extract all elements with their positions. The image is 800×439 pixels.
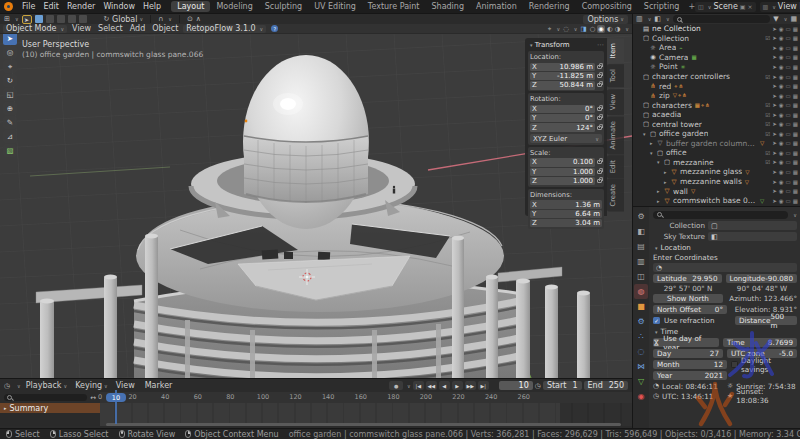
viewport-visibility-icon[interactable]: ▭ [786, 150, 791, 156]
day-field[interactable]: Day27 [653, 349, 723, 358]
lock-icon[interactable] [597, 170, 602, 174]
filter-funnel-icon[interactable]: ▼ [773, 15, 778, 23]
viewport-menu-item[interactable]: Add [130, 24, 146, 33]
latitude-field[interactable]: Latitude29.950 [653, 274, 722, 283]
properties-tab-icon[interactable]: ◌ [634, 344, 648, 359]
current-frame-field[interactable]: 10 [499, 381, 533, 390]
render-visibility-icon[interactable]: ▦ [793, 83, 798, 89]
tool-button[interactable]: ⌖ [3, 60, 17, 73]
timeline-scrollbar[interactable] [106, 423, 621, 426]
exclude-checkbox[interactable]: ☑ [765, 74, 770, 80]
properties-tab-icon[interactable]: ▤ [634, 239, 648, 254]
workspace-tab[interactable]: Animation [470, 1, 523, 12]
scale-field[interactable]: X0.100 [530, 158, 595, 166]
outliner-item-label[interactable]: character controllers [652, 72, 730, 81]
year-field[interactable]: Year2021 [653, 371, 727, 380]
mode-dropdown[interactable]: Object Mode ∨ [3, 25, 67, 33]
outliner-row[interactable]: ⋔ red ⌖⋔ ☑➤◉▭▦ [633, 81, 800, 91]
location-field[interactable]: Y-11.825 m [530, 72, 595, 80]
frame-start-field[interactable]: Start1 [543, 381, 582, 390]
render-visibility-icon[interactable]: ▦ [793, 74, 798, 80]
workspace-tab[interactable]: Modeling [210, 1, 258, 12]
active-tool-icon[interactable]: ➤ [22, 15, 32, 24]
hide-eye-icon[interactable]: ◉ [779, 131, 784, 137]
render-visibility-icon[interactable]: ▦ [793, 93, 798, 99]
render-visibility-icon[interactable]: ▦ [793, 121, 798, 127]
rotation-field[interactable]: Z124° [530, 123, 595, 131]
render-visibility-icon[interactable]: ▦ [793, 198, 798, 204]
shading-mode-icon[interactable]: ◐ [607, 25, 613, 33]
outliner-item-label[interactable]: acaedia [652, 110, 681, 119]
longitude-field[interactable]: Longitude-90.080 [726, 274, 798, 283]
outliner-row[interactable]: ⋔ zip ▽⌖⋔ ☑➤◉▭▦ [633, 91, 800, 101]
outliner-row[interactable]: ▢ acaedia ☑➤◉▭▦ [633, 110, 800, 120]
selectable-icon[interactable]: ➤ [772, 121, 777, 127]
hide-eye-icon[interactable]: ◉ [779, 26, 784, 32]
outliner-row[interactable]: ▸ ▽ mezzanine walls ▽ ☑➤◉▭▦ [633, 177, 800, 187]
render-visibility-icon[interactable]: ▦ [793, 54, 798, 60]
auto-keying-button[interactable]: ● [389, 381, 403, 390]
outliner-row[interactable]: ▤ ne Collection ☑➤◉▭▦ [633, 24, 800, 34]
properties-tab-icon[interactable]: ◉ [634, 389, 648, 404]
viewport-visibility-icon[interactable]: ▭ [786, 93, 791, 99]
hide-eye-icon[interactable]: ◉ [779, 150, 784, 156]
selectable-icon[interactable]: ➤ [772, 83, 777, 89]
workspace-tab[interactable]: Texture Paint [362, 1, 426, 12]
render-visibility-icon[interactable]: ▦ [793, 45, 798, 51]
channel-search-input[interactable] [4, 394, 87, 401]
outliner-row[interactable]: ▾ ▢ office garden ☑➤◉▭▦ [633, 129, 800, 139]
playback-button[interactable]: ▶ [452, 381, 463, 390]
new-scene-icon[interactable]: ▣ [740, 3, 746, 10]
outliner-item-label[interactable]: Point [659, 62, 678, 71]
hide-eye-icon[interactable]: ◉ [779, 198, 784, 204]
render-visibility-icon[interactable]: ▦ [793, 102, 798, 108]
hide-eye-icon[interactable]: ◉ [779, 54, 784, 60]
falloff-icon[interactable]: ∧ [196, 15, 201, 23]
menu-item[interactable]: Window [103, 2, 135, 11]
sidebar-tab[interactable]: Animate [607, 116, 624, 154]
tool-option-icon[interactable] [57, 15, 65, 23]
outliner-item-label[interactable]: Collection [652, 34, 689, 43]
transform-orientation-dropdown[interactable]: ↻ Global ∨ [104, 15, 144, 24]
selectable-icon[interactable]: ➤ [772, 150, 777, 156]
outliner-row[interactable]: ◉ Camera ▦ ☑➤◉▭▦ [633, 53, 800, 63]
selectable-icon[interactable]: ➤ [772, 179, 777, 185]
hide-eye-icon[interactable]: ◉ [779, 140, 784, 146]
hide-eye-icon[interactable]: ◉ [779, 93, 784, 99]
workspace-tab[interactable]: UV Editing [308, 1, 362, 12]
view-layer-selector[interactable]: ▥ ∨ View Layer ▣ × [760, 2, 800, 12]
exclude-checkbox[interactable]: ☑ [765, 112, 770, 118]
hide-eye-icon[interactable]: ◉ [779, 102, 784, 108]
render-visibility-icon[interactable]: ▦ [793, 112, 798, 118]
selectable-icon[interactable]: ➤ [772, 140, 777, 146]
gizmo-icon[interactable]: ⌖ [548, 25, 552, 33]
viewport-visibility-icon[interactable]: ▭ [786, 112, 791, 118]
menu-item[interactable]: Render [67, 2, 95, 11]
viewport-menu-item[interactable]: Object [152, 24, 178, 33]
properties-tab-icon[interactable]: ⚙ [634, 314, 648, 329]
dimension-field[interactable]: Z3.04 m [530, 219, 602, 227]
close-icon[interactable]: × [747, 3, 752, 10]
timeline-ruler[interactable]: ↔ 020406080100120140160180200220240260 1… [0, 392, 632, 403]
selectable-icon[interactable]: ➤ [772, 169, 777, 175]
workspace-tab[interactable]: Scripting [638, 1, 686, 12]
hide-eye-icon[interactable]: ◉ [779, 179, 784, 185]
exclude-checkbox[interactable]: ☑ [765, 131, 770, 137]
sidebar-tab[interactable]: View [607, 89, 624, 115]
collapse-icon[interactable]: ▾ [530, 42, 533, 48]
selectable-icon[interactable]: ➤ [772, 102, 777, 108]
sidebar-tab[interactable]: Tool [607, 64, 624, 87]
outliner-row[interactable]: ▸ ▽ mezzanine glass ▽ ☑➤◉▭▦ [633, 167, 800, 177]
distance-field[interactable]: Distance500 m [735, 316, 797, 325]
snap-magnet-icon[interactable]: ∩ [158, 15, 163, 23]
render-visibility-icon[interactable]: ▦ [793, 35, 798, 41]
viewport-visibility-icon[interactable]: ▭ [786, 198, 791, 204]
location-field[interactable]: X10.986 m [530, 63, 595, 71]
exclude-checkbox[interactable]: ☑ [765, 35, 770, 41]
tool-option-icon[interactable] [35, 15, 43, 23]
menu-item[interactable]: Edit [43, 2, 59, 11]
outliner-row[interactable]: ▸ ▽ buffer garden columns.001 ▽ ☑➤◉▭▦ [633, 139, 800, 149]
render-visibility-icon[interactable]: ▦ [793, 179, 798, 185]
outliner-item-label[interactable]: commswitch base 00... [673, 196, 757, 205]
selectable-icon[interactable]: ➤ [772, 35, 777, 41]
